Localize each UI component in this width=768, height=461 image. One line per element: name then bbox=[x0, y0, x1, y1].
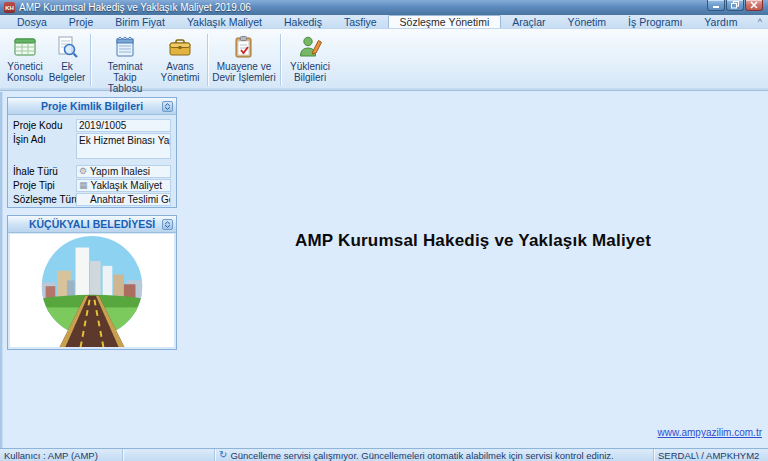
sozlesme-turu-dropdown[interactable]: Anahtar Teslimi Götürü Bed bbox=[76, 193, 171, 206]
app-icon: KH bbox=[4, 2, 15, 13]
admin-console-button[interactable]: Yönetici Konsolu bbox=[3, 32, 47, 83]
main-content: Proje Kimlik Bilgileri Proje Kodu 2019/1… bbox=[0, 92, 768, 448]
left-splitter[interactable] bbox=[0, 92, 3, 448]
ribbon-button-label: Muayene ve Devir İşlemleri bbox=[212, 61, 275, 83]
titlebar: KH AMP Kurumsal Hakediş ve Yaklaşık Mali… bbox=[0, 0, 768, 15]
proje-kodu-input[interactable]: 2019/1005 bbox=[76, 119, 171, 132]
update-service-icon: ↻ bbox=[219, 450, 227, 460]
tab-sozlesme-yonetimi[interactable]: Sözleşme Yönetimi bbox=[388, 15, 502, 28]
tab-tasfiye[interactable]: Tasfiye bbox=[333, 15, 388, 28]
project-panel-title: Proje Kimlik Bilgileri bbox=[41, 100, 143, 112]
close-button[interactable] bbox=[745, 0, 763, 11]
menubar: Dosya Proje Birim Fiyat Yaklaşık Maliyet… bbox=[0, 15, 768, 29]
panel-collapse-button[interactable] bbox=[162, 219, 173, 230]
isin-adi-input[interactable]: Ek Hizmet Binası Yapım İşi bbox=[76, 133, 171, 159]
collapse-arrows-icon bbox=[164, 103, 171, 110]
contractor-person-icon bbox=[297, 34, 323, 60]
statusbar: Kullanıcı : AMP (AMP) ↻ Güncelleme servi… bbox=[0, 448, 768, 461]
status-user: Kullanıcı : AMP (AMP) bbox=[0, 449, 123, 461]
municipality-panel: KÜÇÜKYALI BELEDİYESİ bbox=[7, 215, 177, 350]
extra-documents-button[interactable]: Ek Belgeler bbox=[47, 32, 87, 83]
panel-collapse-button[interactable] bbox=[162, 101, 173, 112]
ribbon-button-label: Ek Belgeler bbox=[49, 61, 86, 83]
tab-proje[interactable]: Proje bbox=[58, 15, 105, 28]
tab-hakedis[interactable]: Hakediş bbox=[273, 15, 333, 28]
municipality-panel-title: KÜÇÜKYALI BELEDİYESİ bbox=[29, 218, 155, 230]
ribbon-separator bbox=[280, 34, 281, 86]
window-title: AMP Kurumsal Hakediş ve Yaklaşık Maliyet… bbox=[19, 2, 251, 13]
status-machine: SERDAL\ / AMPKHYM2 bbox=[654, 449, 768, 461]
inspection-clipboard-icon bbox=[231, 34, 257, 60]
status-update-message: ↻ Güncelleme servisi çalışmıyor. Güncell… bbox=[215, 449, 654, 461]
minimize-icon bbox=[712, 2, 720, 9]
field-label-proje-tipi: Proje Tipi bbox=[13, 179, 76, 192]
municipality-panel-header: KÜÇÜKYALI BELEDİYESİ bbox=[8, 216, 176, 233]
tab-araclar[interactable]: Araçlar bbox=[501, 15, 556, 28]
ribbon-button-label: Yüklenici Bilgileri bbox=[290, 61, 330, 83]
municipality-logo-area bbox=[10, 234, 174, 347]
page-title: AMP Kurumsal Hakediş ve Yaklaşık Maliyet bbox=[178, 231, 768, 251]
ribbon-button-label: Avans Yönetimi bbox=[161, 61, 200, 83]
project-type-icon: ▦ bbox=[79, 180, 88, 191]
guarantee-table-icon bbox=[112, 34, 138, 60]
collapse-ribbon-icon[interactable]: ^ bbox=[758, 17, 762, 27]
ribbon-button-label: Teminat Takip Tablosu bbox=[95, 61, 155, 94]
field-label-ihale-turu: İhale Türü bbox=[13, 165, 76, 178]
tab-yardim[interactable]: Yardım bbox=[693, 15, 748, 28]
collapse-arrows-icon bbox=[164, 221, 171, 228]
field-label-sozlesme-turu: Sözleşme Türü bbox=[13, 193, 76, 206]
ribbon-separator bbox=[207, 34, 208, 86]
advance-briefcase-icon bbox=[167, 34, 193, 60]
ihale-turu-dropdown[interactable]: ⚙ Yapım İhalesi bbox=[76, 165, 171, 178]
ribbon-separator bbox=[90, 34, 91, 86]
tender-type-icon: ⚙ bbox=[79, 166, 87, 177]
ribbon: Yönetici Konsolu Ek Belgeler bbox=[0, 29, 768, 91]
tab-dosya[interactable]: Dosya bbox=[6, 15, 58, 28]
field-label-proje-kodu: Proje Kodu bbox=[13, 119, 76, 132]
close-icon bbox=[750, 1, 758, 9]
project-panel-header: Proje Kimlik Bilgileri bbox=[8, 98, 176, 115]
proje-tipi-dropdown[interactable]: ▦ Yaklaşık Maliyet bbox=[76, 179, 171, 192]
vendor-website-link[interactable]: www.ampyazilim.com.tr bbox=[658, 427, 762, 438]
inspection-transfer-button[interactable]: Muayene ve Devir İşlemleri bbox=[211, 32, 277, 83]
restore-icon bbox=[731, 1, 740, 9]
contractor-info-button[interactable]: Yüklenici Bilgileri bbox=[284, 32, 336, 83]
restore-button[interactable] bbox=[726, 0, 744, 11]
guarantee-tracking-button[interactable]: Teminat Takip Tablosu bbox=[94, 32, 156, 94]
documents-search-icon bbox=[54, 34, 80, 60]
window-controls bbox=[707, 0, 763, 11]
project-identity-panel: Proje Kimlik Bilgileri Proje Kodu 2019/1… bbox=[7, 97, 177, 208]
advance-management-button[interactable]: Avans Yönetimi bbox=[156, 32, 204, 83]
tab-is-programi[interactable]: İş Programı bbox=[617, 15, 693, 28]
field-label-isin-adi: İşin Adı bbox=[13, 133, 76, 146]
ribbon-button-label: Yönetici Konsolu bbox=[7, 61, 43, 83]
minimize-button[interactable] bbox=[707, 0, 725, 11]
admin-console-icon bbox=[12, 34, 38, 60]
status-empty-cell bbox=[123, 449, 215, 461]
municipality-logo bbox=[34, 234, 150, 347]
tab-birim-fiyat[interactable]: Birim Fiyat bbox=[104, 15, 176, 28]
tab-yaklasik-maliyet[interactable]: Yaklaşık Maliyet bbox=[176, 15, 273, 28]
tab-yonetim[interactable]: Yönetim bbox=[557, 15, 618, 28]
